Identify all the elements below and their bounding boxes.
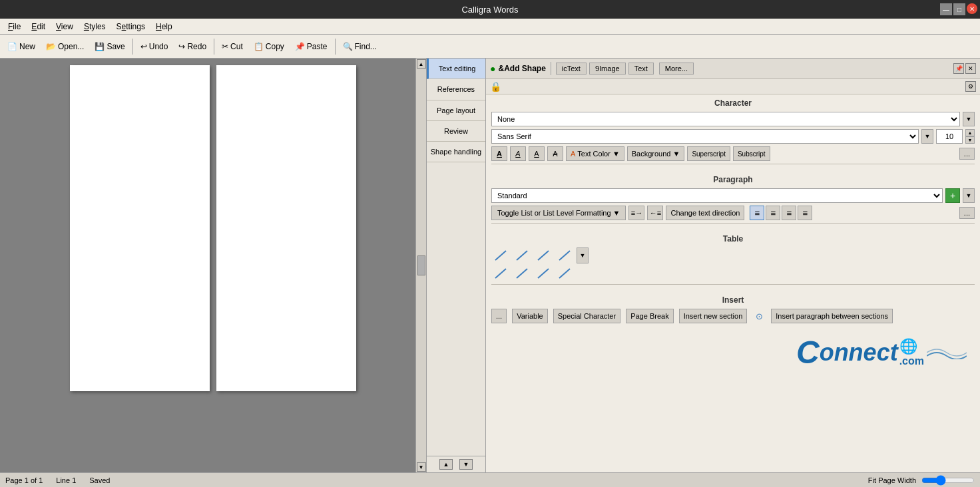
list-outdent-button[interactable]: ←≡ bbox=[647, 206, 663, 220]
toolbar-separator-2 bbox=[214, 39, 214, 55]
char-style-select[interactable]: None bbox=[491, 112, 960, 126]
table-tool-6[interactable] bbox=[513, 265, 531, 281]
close-button[interactable]: ✕ bbox=[967, 3, 977, 14]
save-icon: 💾 bbox=[95, 42, 105, 51]
scroll-up-button[interactable]: ▲ bbox=[417, 59, 426, 69]
insert-para-button[interactable]: ⊙ bbox=[752, 309, 766, 323]
font-size-up[interactable]: ▲ bbox=[965, 129, 975, 136]
scroll-thumb[interactable] bbox=[417, 255, 425, 275]
cut-button[interactable]: ✂ Cut bbox=[217, 37, 248, 56]
font-select-arrow[interactable]: ▼ bbox=[921, 129, 933, 144]
open-button[interactable]: 📂 Open... bbox=[41, 37, 89, 56]
align-left-button[interactable]: ≡ bbox=[750, 206, 764, 220]
sidebar-item-references[interactable]: References bbox=[427, 79, 485, 100]
document-page-right[interactable] bbox=[216, 65, 356, 391]
align-center-button[interactable]: ≡ bbox=[766, 206, 780, 220]
table-tool-3[interactable] bbox=[534, 247, 553, 263]
toggle-list-button[interactable]: Toggle List or List Level Formatting ▼ bbox=[491, 206, 626, 220]
list-indent-button[interactable]: ≡→ bbox=[628, 206, 644, 220]
sidebar-item-page-layout[interactable]: Page layout bbox=[427, 100, 485, 121]
redo-button[interactable]: ↪ Redo bbox=[174, 37, 211, 56]
sidebar-scroll-up-button[interactable]: ▲ bbox=[439, 459, 453, 470]
paste-icon: 📌 bbox=[295, 42, 305, 51]
open-icon: 📂 bbox=[46, 42, 56, 51]
menu-settings[interactable]: Settings bbox=[111, 21, 150, 33]
align-right-button[interactable]: ≡ bbox=[782, 206, 796, 220]
underline-button[interactable]: A bbox=[529, 146, 545, 161]
table-tool-8[interactable] bbox=[555, 265, 574, 281]
save-button[interactable]: 💾 Save bbox=[90, 37, 129, 56]
panel-more-button[interactable]: More... bbox=[659, 63, 694, 75]
copy-button[interactable]: 📋 Copy bbox=[249, 37, 289, 56]
insert-special-char-button[interactable]: Special Character bbox=[553, 309, 620, 323]
bold-button[interactable]: A bbox=[491, 146, 507, 161]
insert-para-text-button[interactable]: Insert paragraph between sections bbox=[771, 309, 893, 323]
sidebar-item-review[interactable]: Review bbox=[427, 121, 485, 142]
para-style-select[interactable]: Standard bbox=[491, 188, 943, 203]
char-style-arrow[interactable]: ▼ bbox=[963, 112, 975, 126]
sidebar-scroll-down-button[interactable]: ▼ bbox=[459, 459, 473, 470]
table-tool-4[interactable] bbox=[555, 247, 574, 263]
find-icon: 🔍 bbox=[343, 42, 353, 51]
maximize-button[interactable]: □ bbox=[953, 3, 965, 15]
panel-tab-text[interactable]: Text bbox=[628, 63, 654, 75]
strikethrough-button[interactable]: A bbox=[547, 146, 563, 161]
para-add-button[interactable]: + bbox=[945, 188, 960, 203]
sidebar-item-text-editing[interactable]: Text editing bbox=[427, 59, 485, 79]
list-arrow-icon: ▼ bbox=[613, 209, 620, 217]
font-size-down[interactable]: ▼ bbox=[965, 136, 975, 144]
status-right: Fit Page Width bbox=[868, 476, 975, 484]
document-page-left[interactable] bbox=[70, 65, 210, 391]
font-size-input[interactable] bbox=[936, 129, 963, 144]
change-direction-button[interactable]: Change text direction bbox=[666, 206, 744, 220]
dot-com-label: .com bbox=[899, 355, 924, 367]
table-tool-7[interactable] bbox=[534, 265, 553, 281]
menu-view[interactable]: View bbox=[51, 21, 79, 33]
insert-page-break-button[interactable]: Page Break bbox=[626, 309, 673, 323]
menu-edit[interactable]: Edit bbox=[26, 21, 51, 33]
subscript-button[interactable]: Subscript bbox=[733, 146, 770, 161]
para-style-arrow[interactable]: ▼ bbox=[963, 188, 975, 203]
background-button[interactable]: Background ▼ bbox=[627, 146, 685, 161]
menu-file[interactable]: File bbox=[3, 21, 26, 33]
connect-globe-area: 🌐 .com bbox=[899, 338, 924, 367]
table-tool-2[interactable] bbox=[513, 247, 531, 263]
scroll-down-button[interactable]: ▼ bbox=[417, 462, 426, 472]
panel-pin-button[interactable]: 📌 bbox=[953, 63, 964, 74]
toolbar-separator-1 bbox=[132, 39, 133, 55]
insert-section-button[interactable]: Insert new section bbox=[679, 309, 748, 323]
panel-settings-button[interactable]: ⚙ bbox=[965, 81, 976, 92]
menu-styles[interactable]: Styles bbox=[79, 21, 111, 33]
superscript-button[interactable]: Superscript bbox=[687, 146, 730, 161]
align-justify-button[interactable]: ≡ bbox=[798, 206, 812, 220]
zoom-slider[interactable] bbox=[921, 478, 975, 483]
panel-tab-ictext[interactable]: icText bbox=[556, 63, 587, 75]
para-more-button[interactable]: ... bbox=[959, 207, 975, 219]
vertical-scrollbar[interactable]: ▲ ▼ bbox=[415, 59, 426, 472]
document-canvas: ▲ ▼ bbox=[0, 59, 426, 472]
panel-close-button[interactable]: ✕ bbox=[965, 63, 976, 74]
minimize-button[interactable]: — bbox=[940, 3, 952, 15]
panel-corner-controls: 📌 ✕ bbox=[953, 63, 976, 74]
character-content: Character None ▼ Sans Serif ▼ bbox=[486, 94, 980, 171]
connect-c-letter: C bbox=[796, 334, 820, 371]
undo-button[interactable]: ↩ Undo bbox=[136, 37, 173, 56]
panel-tab-image[interactable]: 9Image bbox=[589, 63, 626, 75]
sidebar-item-shape-handling[interactable]: Shape handling bbox=[427, 142, 485, 162]
cut-icon: ✂ bbox=[222, 42, 228, 51]
font-select[interactable]: Sans Serif bbox=[491, 129, 919, 144]
table-more-arrow[interactable]: ▼ bbox=[577, 247, 589, 263]
char-more-button[interactable]: ... bbox=[959, 148, 975, 160]
insert-ellipsis-button[interactable]: ... bbox=[491, 309, 507, 323]
connect-word: onnect bbox=[820, 339, 898, 367]
table-tool-1[interactable] bbox=[491, 247, 510, 263]
table-tool-5[interactable] bbox=[491, 265, 510, 281]
menu-help[interactable]: Help bbox=[150, 21, 178, 33]
insert-buttons-row: ... Variable Special Character Page Brea… bbox=[491, 309, 975, 323]
text-color-button[interactable]: A Text Color ▼ bbox=[566, 146, 624, 161]
new-button[interactable]: 📄 New bbox=[3, 37, 40, 56]
find-button[interactable]: 🔍 Find... bbox=[338, 37, 381, 56]
italic-button[interactable]: A bbox=[510, 146, 526, 161]
insert-variable-button[interactable]: Variable bbox=[512, 309, 548, 323]
paste-button[interactable]: 📌 Paste bbox=[290, 37, 332, 56]
